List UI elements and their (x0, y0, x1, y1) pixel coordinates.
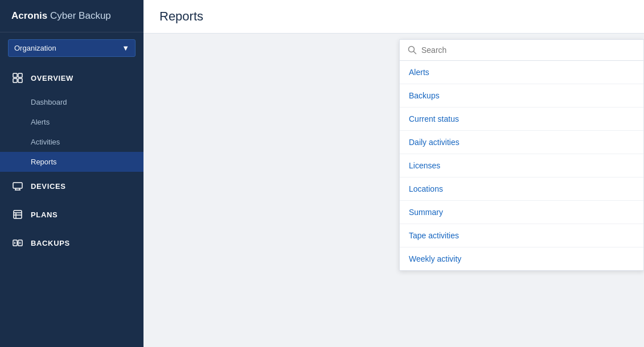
overview-label: OVERVIEW (31, 74, 73, 82)
sidebar: Acronis Cyber Backup Organization ▼ OVER… (0, 0, 143, 347)
main-content: Reports Alerts Backups Current status Da… (143, 0, 644, 347)
org-selector[interactable]: Organization ▼ (8, 39, 136, 57)
plans-label: PLANS (31, 210, 58, 219)
svg-rect-8 (14, 210, 22, 218)
page-title: Reports (159, 9, 628, 24)
main-body: Alerts Backups Current status Daily acti… (143, 34, 644, 347)
report-item-licenses[interactable]: Licenses (400, 154, 643, 177)
svg-rect-3 (18, 79, 22, 82)
org-select[interactable]: Organization (14, 44, 122, 52)
backups-icon (11, 237, 24, 249)
report-dropdown-panel: Alerts Backups Current status Daily acti… (399, 39, 644, 271)
sidebar-item-overview[interactable]: OVERVIEW (0, 64, 143, 92)
report-item-summary[interactable]: Summary (400, 201, 643, 224)
svg-line-18 (414, 52, 416, 54)
svg-rect-2 (13, 79, 17, 82)
search-input[interactable] (421, 46, 635, 55)
plans-icon (11, 208, 24, 221)
sidebar-item-reports[interactable]: Reports (0, 152, 143, 172)
devices-label: DEVICES (31, 182, 66, 191)
app-logo: Acronis Cyber Backup (0, 0, 143, 32)
devices-icon (11, 180, 24, 192)
search-box (400, 40, 643, 61)
report-item-current-status[interactable]: Current status (400, 108, 643, 131)
chevron-down-icon: ▼ (122, 44, 129, 52)
report-item-alerts[interactable]: Alerts (400, 61, 643, 84)
svg-rect-4 (13, 183, 22, 188)
svg-rect-1 (18, 73, 22, 77)
svg-rect-0 (13, 73, 17, 77)
brand-name: Acronis (11, 10, 47, 21)
page-header: Reports (143, 0, 644, 34)
backups-label: BACKUPS (31, 239, 70, 247)
sidebar-item-backups[interactable]: BACKUPS (0, 229, 143, 257)
report-item-locations[interactable]: Locations (400, 177, 643, 201)
search-icon (408, 46, 417, 55)
report-item-daily-activities[interactable]: Daily activities (400, 131, 643, 154)
sidebar-item-dashboard[interactable]: Dashboard (0, 92, 143, 112)
product-name: Cyber Backup (47, 10, 111, 21)
sidebar-item-plans[interactable]: PLANS (0, 200, 143, 229)
report-item-weekly-activity[interactable]: Weekly activity (400, 247, 643, 270)
sidebar-item-activities[interactable]: Activities (0, 132, 143, 152)
report-item-tape-activities[interactable]: Tape activities (400, 224, 643, 247)
sidebar-item-devices[interactable]: DEVICES (0, 172, 143, 200)
report-item-backups[interactable]: Backups (400, 84, 643, 108)
overview-icon (11, 72, 24, 84)
sidebar-item-alerts[interactable]: Alerts (0, 112, 143, 132)
